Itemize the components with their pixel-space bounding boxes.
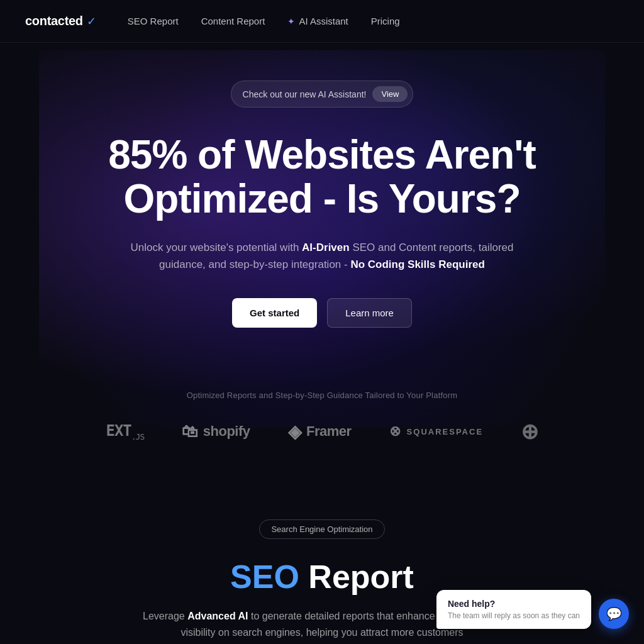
nav-links: SEO Report Content Report ✦ AI Assistant… (128, 16, 400, 27)
platforms-subtitle: Optimized Reports and Step-by-Step Guida… (13, 391, 631, 400)
chat-title: Need help? (448, 599, 580, 609)
hero-headline: 85% of Websites Aren't Optimized - Is Yo… (77, 133, 567, 221)
chat-subtitle: The team will reply as soon as they can (448, 611, 580, 620)
nav-item-pricing[interactable]: Pricing (371, 16, 400, 27)
hero-headline-line1: 85% of Websites Aren't (108, 132, 536, 177)
seo-badge: Search Engine Optimization (259, 519, 384, 539)
announcement-view-button[interactable]: View (372, 86, 408, 102)
section-divider (0, 482, 644, 519)
hero-section: Check out our new AI Assistant! View 85%… (0, 43, 644, 391)
logo[interactable]: contacted ✓ (25, 14, 96, 28)
learn-more-button[interactable]: Learn more (327, 298, 412, 328)
seo-title-rest: Report (299, 558, 414, 595)
chat-bubble: Need help? The team will reply as soon a… (436, 590, 591, 629)
announcement-text: Check out our new AI Assistant! (243, 89, 367, 99)
nav-item-ai-assistant[interactable]: ✦ AI Assistant (287, 16, 348, 27)
platform-squarespace: ⊗ SQUARESPACE (389, 423, 483, 440)
navbar: contacted ✓ SEO Report Content Report ✦ … (0, 0, 644, 43)
chat-widget: Need help? The team will reply as soon a… (436, 590, 629, 629)
platform-framer: ◈ Framer (288, 421, 352, 442)
get-started-button[interactable]: Get started (232, 298, 317, 328)
logo-text: contacted (25, 14, 83, 28)
chat-open-button[interactable]: 💬 (599, 599, 629, 629)
platforms-logos: EXT.JS 🛍 shopify ◈ Framer ⊗ SQUARESPACE … (13, 419, 631, 444)
platforms-section: Optimized Reports and Step-by-Step Guida… (0, 391, 644, 482)
platform-nextjs: EXT.JS (106, 422, 144, 441)
hero-subtitle: Unlock your website's potential with AI-… (121, 239, 523, 273)
announcement-banner: Check out our new AI Assistant! View (231, 80, 414, 108)
cta-buttons: Get started Learn more (13, 298, 631, 328)
nav-item-content-report[interactable]: Content Report (201, 16, 265, 27)
sparkle-icon: ✦ (287, 16, 295, 26)
chat-icon: 💬 (606, 606, 622, 621)
platform-wordpress: ⊕ (521, 419, 538, 444)
hero-headline-line2: Optimized - Is Yours? (124, 176, 521, 221)
platform-shopify: 🛍 shopify (182, 422, 250, 441)
logo-checkmark-icon: ✓ (87, 14, 96, 28)
nav-item-seo-report[interactable]: SEO Report (128, 16, 179, 27)
seo-title-blue: SEO (230, 558, 299, 595)
